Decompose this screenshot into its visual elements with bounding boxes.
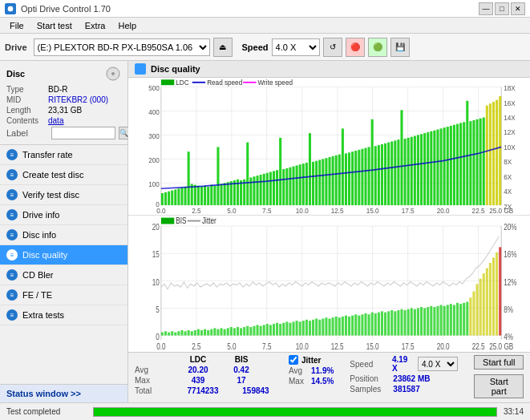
svg-rect-209	[276, 322, 278, 335]
sidebar-item-fe-te[interactable]: ≡ FE / TE	[0, 285, 127, 305]
svg-rect-86	[374, 146, 377, 205]
options-button[interactable]: 🟢	[368, 38, 387, 57]
svg-text:12.5: 12.5	[331, 207, 344, 215]
svg-rect-225	[328, 318, 330, 335]
svg-rect-38	[216, 147, 219, 205]
svg-rect-185	[197, 329, 200, 335]
close-button[interactable]: ✕	[511, 2, 525, 15]
chart1-svg: 500 400 300 200 100 0 18X 16X 14X 12X 10…	[128, 78, 530, 215]
svg-rect-244	[390, 310, 393, 335]
sidebar-item-cd-bler[interactable]: ≡ CD Bler	[0, 265, 127, 285]
svg-text:0.0: 0.0	[156, 207, 166, 215]
total-label: Total	[135, 386, 167, 395]
svg-rect-260	[443, 305, 446, 335]
extra-tests-label: Extra tests	[22, 310, 64, 320]
svg-rect-68	[315, 161, 318, 205]
start-full-button[interactable]: Start full	[474, 355, 524, 370]
svg-rect-179	[177, 331, 180, 335]
svg-rect-31	[194, 185, 196, 205]
verify-test-disc-icon: ≡	[6, 189, 18, 200]
jitter-max-label: Max	[289, 377, 308, 386]
svg-rect-51	[260, 175, 262, 205]
sidebar-item-disc-info[interactable]: ≡ Disc info	[0, 225, 127, 245]
status-window-button[interactable]: Status window >>	[0, 384, 127, 402]
refresh-button[interactable]: ↺	[323, 38, 342, 57]
sidebar-item-extra-tests[interactable]: ≡ Extra tests	[0, 305, 127, 325]
svg-rect-105	[436, 130, 439, 205]
svg-rect-206	[266, 324, 269, 335]
svg-rect-52	[263, 174, 265, 205]
menu-start-test[interactable]: Start test	[30, 19, 79, 32]
svg-rect-182	[188, 329, 190, 335]
svg-rect-103	[430, 131, 432, 205]
start-part-button[interactable]: Start part	[474, 374, 524, 398]
svg-text:15.0: 15.0	[366, 341, 379, 350]
menu-help[interactable]: Help	[111, 19, 143, 32]
transfer-rate-icon: ≡	[6, 149, 18, 160]
svg-rect-118	[479, 119, 482, 205]
svg-rect-273	[486, 268, 488, 335]
speed-select[interactable]: 4.0 X	[272, 38, 320, 56]
svg-rect-256	[430, 305, 432, 335]
svg-rect-96	[407, 138, 410, 205]
svg-rect-271	[479, 278, 482, 335]
svg-rect-71	[325, 158, 327, 205]
label-input[interactable]	[51, 127, 115, 139]
svg-rect-223	[322, 318, 324, 335]
disc-section-title: Disc	[6, 69, 25, 79]
contents-key: Contents	[6, 116, 48, 125]
cd-bler-label: CD Bler	[22, 270, 54, 280]
svg-text:500: 500	[148, 84, 160, 93]
svg-rect-33	[200, 187, 203, 205]
total-ldc: 7714233	[186, 386, 220, 395]
svg-rect-108	[447, 127, 449, 205]
svg-rect-176	[168, 332, 170, 335]
svg-rect-47	[246, 143, 249, 205]
svg-rect-235	[361, 314, 363, 335]
svg-text:0: 0	[156, 331, 160, 341]
sidebar-item-transfer-rate[interactable]: ≡ Transfer rate	[0, 145, 127, 165]
svg-text:BIS: BIS	[176, 216, 186, 225]
svg-rect-213	[289, 322, 291, 335]
sidebar: Disc Type BD-R MID RITEKBR2 (000) Length…	[0, 61, 128, 402]
speed-select-stats[interactable]: 4.0 X	[418, 357, 459, 371]
svg-rect-107	[443, 127, 446, 205]
svg-rect-268	[469, 297, 471, 335]
svg-rect-111	[456, 124, 459, 205]
svg-rect-233	[354, 314, 357, 335]
svg-text:15.0: 15.0	[366, 207, 379, 215]
sidebar-item-verify-test-disc[interactable]: ≡ Verify test disc	[0, 185, 127, 205]
svg-rect-104	[433, 131, 435, 205]
svg-text:25.0 GB: 25.0 GB	[489, 207, 513, 215]
app-title: Opti Drive Control 1.70	[21, 4, 111, 14]
menu-file[interactable]: File	[3, 19, 30, 32]
sidebar-item-create-test-disc[interactable]: ≡ Create test disc	[0, 165, 127, 185]
svg-rect-67	[312, 162, 314, 205]
contents-val[interactable]: data	[48, 116, 63, 125]
svg-rect-251	[414, 309, 416, 335]
jitter-checkbox[interactable]	[289, 355, 298, 365]
stats-speed-col: Speed 4.19 X 4.0 X Position 23862 MB Sam…	[350, 355, 458, 394]
settings-button[interactable]: 🔴	[346, 38, 365, 57]
extra-tests-icon: ≡	[6, 309, 18, 321]
nav-items: ≡ Transfer rate ≡ Create test disc ≡ Ver…	[0, 145, 127, 384]
sidebar-item-disc-quality[interactable]: ≡ Disc quality	[0, 245, 127, 265]
svg-rect-123	[496, 100, 498, 205]
sidebar-item-drive-info[interactable]: ≡ Drive info	[0, 205, 127, 225]
eject-button[interactable]: ⏏	[213, 38, 233, 57]
minimize-button[interactable]: —	[479, 2, 493, 15]
svg-rect-204	[260, 325, 262, 335]
svg-text:14X: 14X	[504, 114, 516, 123]
fe-te-icon: ≡	[6, 289, 18, 301]
svg-rect-211	[282, 322, 285, 335]
maximize-button[interactable]: □	[495, 2, 509, 15]
save-button[interactable]: 💾	[390, 38, 410, 57]
svg-rect-58	[282, 169, 285, 205]
svg-rect-199	[243, 327, 245, 335]
svg-rect-84	[368, 147, 370, 205]
ldc-col-header: LDC	[186, 355, 210, 364]
svg-text:10: 10	[152, 277, 160, 286]
menu-extra[interactable]: Extra	[79, 19, 112, 32]
svg-rect-192	[220, 328, 223, 335]
drive-select[interactable]: (E:) PLEXTOR BD-R PX-LB950SA 1.06	[34, 38, 210, 56]
